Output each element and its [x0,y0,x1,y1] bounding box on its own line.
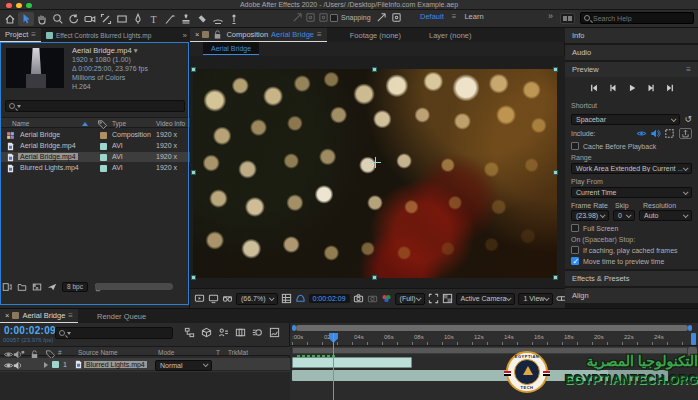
playhead-line[interactable] [333,333,334,400]
magnification-dropdown[interactable]: (66.7%) [236,293,278,305]
ruler-end-chip[interactable] [691,333,696,345]
viewer-timecode[interactable]: 0:00:02:09 [309,294,350,303]
timeline-toolbar-icons[interactable] [184,327,280,338]
footage-name[interactable]: Aerial Bridge.mp4 [72,46,132,55]
label-chip[interactable] [100,165,107,172]
range-dropdown[interactable]: Work Area Extended By Current … [571,163,692,174]
panel-info[interactable]: Info [565,28,698,43]
reset-icon[interactable]: ↺ [684,114,692,124]
panel-audio[interactable]: Audio [565,45,698,60]
play-icon[interactable] [627,83,637,93]
eyeblue-icon[interactable] [636,128,647,139]
layer-row-1[interactable]: 1 Blurred Lights.mp4 Normal [0,358,290,371]
colorchart-icon[interactable] [32,282,42,292]
layer-bar-1[interactable] [292,357,412,368]
panel-effects-presets[interactable]: Effects & Presets [565,271,698,286]
cache-before-playback-checkbox[interactable] [571,142,579,150]
solo-column-icon[interactable]: ● [21,348,25,355]
frameblend-icon[interactable] [235,327,246,338]
project-row-footage-selected[interactable]: Aerial Bridge.mp4 AVI 1920 x [0,152,190,162]
timeline-column-headers[interactable]: ● # Source Name Mode T TrkMat [0,346,290,356]
shy-icon[interactable] [218,327,229,338]
tab-effect-controls[interactable]: Effect Controls Blurred Lights.mp [41,28,159,42]
timeline-search-box[interactable] [55,327,173,339]
project-column-headers[interactable]: Name Type Video Info [0,117,190,128]
column-mode[interactable]: Mode [158,349,174,356]
selection-handle[interactable] [553,275,558,280]
layer-bar-2[interactable] [292,370,668,381]
toolbar-overflow-icon[interactable]: » [548,11,553,21]
framebox-icon[interactable] [664,128,675,139]
navigator-start-handle[interactable] [292,325,296,331]
blend-mode-dropdown[interactable]: Normal [155,360,212,371]
snap1-icon[interactable] [376,12,387,23]
tab-timeline-comp[interactable]: × Aerial Bridge ≡ [0,309,78,323]
project-row-footage[interactable]: Aerial Bridge.mp4 AVI 1920 x [0,141,190,151]
label-chip[interactable] [100,143,107,150]
lock-icon[interactable] [212,29,223,40]
shortcut-dropdown[interactable]: Spacebar [571,114,680,125]
tab-composition[interactable]: × Composition Aerial Bridge ≡ [190,28,327,42]
snapping-checkbox[interactable] [330,14,338,22]
selection-handle[interactable] [191,67,196,72]
composition-viewer[interactable] [190,56,565,288]
transparency-icon[interactable] [442,293,453,304]
search-options-icon[interactable] [67,332,71,335]
column-trkmat[interactable]: TrkMat [228,349,248,356]
glasses-icon[interactable] [222,293,233,304]
folder-icon[interactable] [17,282,27,292]
resolution-dropdown[interactable]: (Full) [395,293,425,305]
toend-icon[interactable] [665,83,675,93]
search-help-box[interactable] [580,12,694,24]
navigator-end-handle[interactable] [688,325,692,331]
workspace-bar-toggle-icon[interactable] [560,13,575,24]
layer-name[interactable]: Blurred Lights.mp4 [84,361,147,368]
plane-icon[interactable] [47,282,57,292]
search-options-icon[interactable] [17,105,21,108]
comp-marker-bin-icon[interactable] [688,347,697,356]
speakerblue-icon[interactable] [650,128,661,139]
workspace-tab-default[interactable]: Default [420,12,444,21]
current-timecode[interactable]: 0:00:02:09 [4,325,56,336]
if-caching-checkbox[interactable] [571,246,579,254]
selection-handle[interactable] [372,275,377,280]
stepfwd-icon[interactable] [646,83,656,93]
disclosure-icon[interactable]: ▾ [134,46,138,55]
close-icon[interactable]: × [195,30,199,39]
navigator-pill[interactable] [296,325,688,331]
column-number[interactable]: # [58,349,62,356]
snapshot-icon[interactable] [353,293,364,304]
snap2-icon[interactable] [391,12,402,23]
layer-label-chip[interactable] [52,361,59,368]
play-from-dropdown[interactable]: Current Time [571,187,692,198]
panel-overflow-icon[interactable]: » [183,31,187,40]
bit-depth-button[interactable]: 8 bpc [62,282,88,292]
panel-menu-icon[interactable]: ≡ [31,30,36,39]
frame-rate-dropdown[interactable]: (23.98) [571,210,609,221]
monitor-icon[interactable] [208,293,219,304]
time-navigator[interactable] [292,325,692,331]
share-icon[interactable] [679,128,692,139]
label-chip[interactable] [100,132,107,139]
camera-dropdown[interactable]: Active Camera [456,293,516,305]
project-row-composition[interactable]: Aerial Bridge Composition 1920 x [0,130,190,140]
tab-layer[interactable]: Layer (none) [424,28,477,42]
column-t[interactable]: T [216,349,220,356]
stepback-icon[interactable] [608,83,618,93]
panel-align[interactable]: Align [565,288,698,303]
selection-handle[interactable] [553,67,558,72]
composition-image[interactable] [193,69,557,278]
transport-controls[interactable] [571,79,692,98]
flowchart-icon[interactable] [184,327,195,338]
grapheditor-icon[interactable] [269,327,280,338]
column-video-info[interactable]: Video Info [156,120,185,127]
selection-handle[interactable] [372,67,377,72]
workspace-menu-icon[interactable]: ≡ [452,12,457,21]
column-name[interactable]: Name [12,120,29,127]
full-screen-checkbox[interactable] [571,224,579,232]
roi-icon[interactable] [428,293,439,304]
skip-dropdown[interactable]: 0 [613,210,635,221]
selection-handle[interactable] [191,170,196,175]
label-chip[interactable] [100,154,107,161]
composition-mini-tab[interactable]: Aerial Bridge [203,42,259,55]
